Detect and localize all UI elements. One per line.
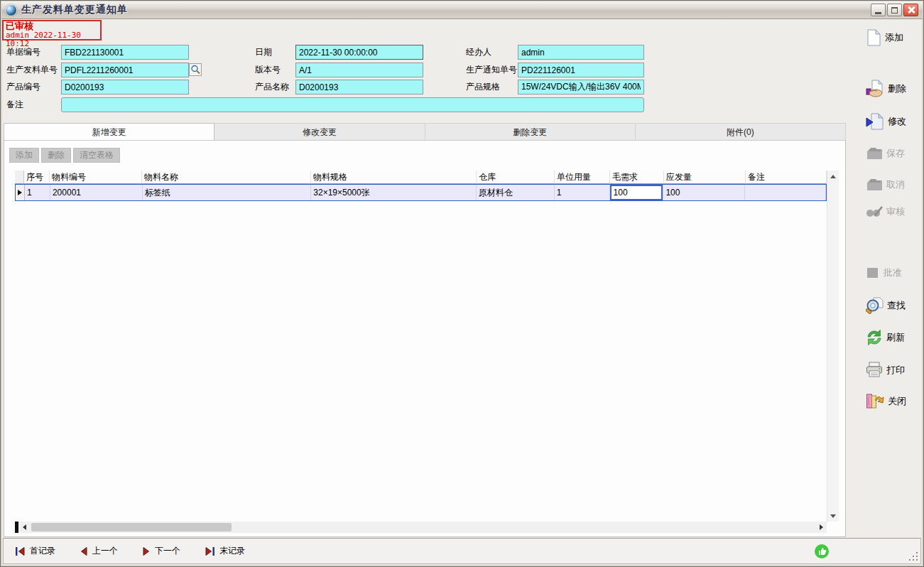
thumbs-up-icon bbox=[814, 544, 830, 559]
col-unit-usage[interactable]: 单位用量 bbox=[555, 171, 610, 184]
date-field[interactable] bbox=[295, 45, 423, 60]
last-record-label: 末记录 bbox=[219, 545, 245, 557]
first-record-icon bbox=[15, 546, 26, 556]
grid-horizontal-scrollbar[interactable] bbox=[15, 522, 827, 533]
notice-no-label: 生产通知单号 bbox=[466, 63, 517, 77]
issue-no-search-button[interactable] bbox=[189, 63, 202, 76]
notice-no-field[interactable] bbox=[518, 63, 644, 77]
grid-clear-button[interactable]: 清空表格 bbox=[73, 148, 120, 163]
grid-toolbar: 添加 删除 清空表格 bbox=[9, 148, 120, 163]
col-issue-qty[interactable]: 应发量 bbox=[664, 171, 746, 184]
cancel-button-label: 取消 bbox=[886, 178, 905, 191]
tab-add-changes[interactable]: 新增变更 bbox=[4, 123, 214, 140]
audit-stamp: 已审核 admin 2022-11-30 10:12 bbox=[2, 20, 102, 40]
col-material-name[interactable]: 物料名称 bbox=[142, 171, 311, 184]
cell-material-name: 标签纸 bbox=[143, 185, 312, 200]
handler-label: 经办人 bbox=[466, 45, 491, 60]
issue-no-field[interactable] bbox=[61, 63, 189, 77]
issue-no-label: 生产发料单号 bbox=[6, 63, 58, 77]
gross-demand-input[interactable] bbox=[610, 185, 663, 200]
prev-record-label: 上一个 bbox=[92, 545, 118, 557]
date-label: 日期 bbox=[255, 45, 272, 60]
doc-no-field[interactable] bbox=[61, 45, 189, 60]
tab-attachments[interactable]: 附件(0) bbox=[636, 123, 846, 140]
product-name-label: 产品名称 bbox=[255, 80, 289, 94]
cell-gross-demand bbox=[610, 185, 664, 200]
col-seq[interactable]: 序号 bbox=[24, 171, 50, 184]
cell-seq: 1 bbox=[25, 185, 50, 200]
scroll-left-button[interactable] bbox=[18, 522, 30, 533]
first-record-button[interactable]: 首记录 bbox=[15, 545, 55, 557]
close-icon bbox=[907, 6, 915, 14]
grid-header-row: 序号 物料编号 物料名称 物料规格 仓库 单位用量 毛需求 应发量 备注 bbox=[15, 171, 827, 184]
app-window: 生产发料单变更通知单 已审核 admin 2022-11-30 10:12 单据… bbox=[0, 0, 924, 567]
col-gross-demand[interactable]: 毛需求 bbox=[610, 171, 664, 184]
product-code-field[interactable] bbox=[61, 80, 189, 94]
title-bar: 生产发料单变更通知单 bbox=[1, 1, 923, 19]
tab-strip: 新增变更 修改变更 删除变更 附件(0) bbox=[4, 123, 846, 141]
save-button-label: 保存 bbox=[886, 147, 905, 160]
row-selector-cell bbox=[16, 185, 25, 200]
delete-button-label: 删除 bbox=[888, 82, 906, 95]
prev-record-button[interactable]: 上一个 bbox=[80, 545, 118, 557]
print-button[interactable]: 打印 bbox=[866, 362, 905, 378]
cell-material-code: 200001 bbox=[50, 185, 143, 200]
record-nav-bar: 首记录 上一个 下一个 末记录 bbox=[3, 538, 921, 564]
print-icon bbox=[866, 362, 883, 378]
scroll-down-button[interactable] bbox=[827, 510, 839, 522]
scroll-up-button[interactable] bbox=[827, 171, 839, 182]
audit-button: 审核 bbox=[866, 205, 905, 219]
version-field[interactable] bbox=[295, 63, 423, 77]
first-record-label: 首记录 bbox=[30, 545, 55, 557]
close-button[interactable] bbox=[903, 4, 918, 16]
remark-label: 备注 bbox=[6, 97, 23, 112]
remark-field[interactable] bbox=[61, 97, 644, 112]
product-name-field[interactable] bbox=[295, 80, 423, 94]
grid-add-button[interactable]: 添加 bbox=[9, 148, 39, 163]
tab-delete-changes[interactable]: 删除变更 bbox=[425, 123, 636, 140]
status-ok-button[interactable] bbox=[814, 544, 830, 561]
modify-button[interactable]: 修改 bbox=[866, 113, 906, 130]
col-material-code[interactable]: 物料编号 bbox=[50, 171, 142, 184]
current-row-arrow-icon bbox=[18, 190, 22, 195]
close-book-icon bbox=[866, 392, 884, 410]
delete-button[interactable]: 删除 bbox=[866, 80, 906, 98]
arrow-left-icon bbox=[23, 524, 26, 530]
col-remark[interactable]: 备注 bbox=[746, 171, 827, 184]
last-record-button[interactable]: 末记录 bbox=[205, 545, 245, 557]
next-record-button[interactable]: 下一个 bbox=[142, 545, 180, 557]
add-button[interactable]: 添加 bbox=[866, 29, 903, 46]
approve-button: 批准 bbox=[866, 266, 902, 279]
maximize-button[interactable] bbox=[887, 4, 902, 16]
tab-modify-changes[interactable]: 修改变更 bbox=[214, 123, 425, 140]
next-record-label: 下一个 bbox=[155, 545, 180, 557]
minimize-button[interactable] bbox=[871, 4, 886, 16]
handler-field[interactable] bbox=[518, 45, 644, 60]
save-icon bbox=[866, 146, 883, 161]
refresh-button[interactable]: 刷新 bbox=[866, 329, 905, 346]
product-spec-field[interactable] bbox=[518, 80, 644, 94]
prev-record-icon bbox=[80, 546, 88, 556]
add-doc-icon bbox=[866, 29, 881, 46]
cell-unit-usage: 1 bbox=[555, 185, 610, 200]
scroll-right-button[interactable] bbox=[815, 522, 827, 533]
window-title: 生产发料单变更通知单 bbox=[21, 4, 128, 16]
close-window-button[interactable]: 关闭 bbox=[866, 392, 906, 410]
version-label: 版本号 bbox=[255, 63, 281, 77]
col-warehouse[interactable]: 仓库 bbox=[477, 171, 555, 184]
grid-vertical-scrollbar[interactable] bbox=[827, 171, 839, 522]
find-button[interactable]: 查找 bbox=[866, 297, 906, 314]
minimize-icon bbox=[875, 12, 881, 14]
grid-delete-button[interactable]: 删除 bbox=[41, 148, 71, 163]
cell-material-spec: 32×19×5000张 bbox=[311, 185, 477, 200]
table-row[interactable]: 1 200001 标签纸 32×19×5000张 原材料仓 1 100 bbox=[15, 184, 827, 201]
print-button-label: 打印 bbox=[886, 364, 905, 377]
refresh-button-label: 刷新 bbox=[886, 331, 905, 344]
col-material-spec[interactable]: 物料规格 bbox=[311, 171, 477, 184]
resize-grip[interactable] bbox=[909, 552, 918, 561]
horizontal-scroll-thumb[interactable] bbox=[31, 523, 232, 531]
material-grid: 序号 物料编号 物料名称 物料规格 仓库 单位用量 毛需求 应发量 备注 1 2… bbox=[15, 171, 827, 201]
save-button: 保存 bbox=[866, 146, 905, 161]
maximize-icon bbox=[891, 7, 898, 14]
add-button-label: 添加 bbox=[885, 31, 903, 44]
